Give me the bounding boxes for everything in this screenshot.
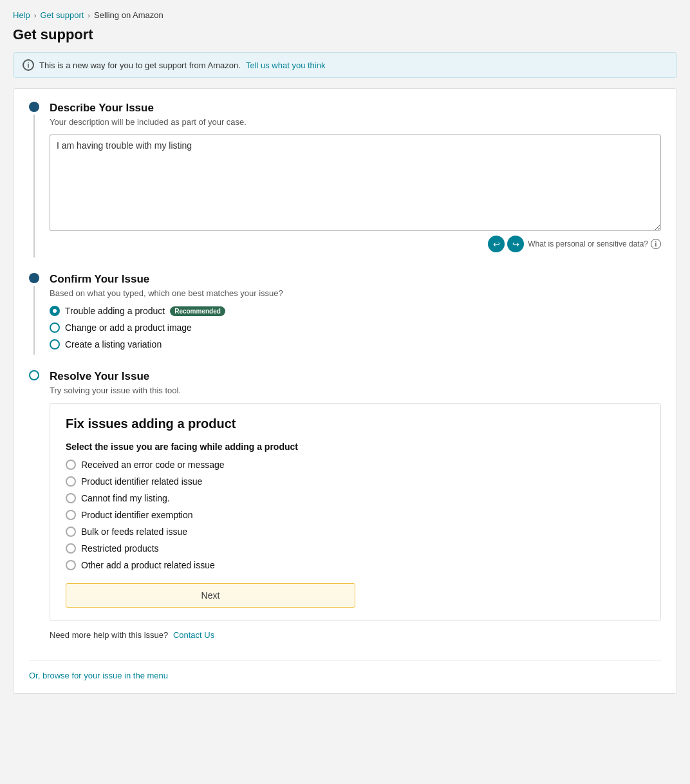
resolve-option-3[interactable]: Cannot find my listing. xyxy=(66,493,645,503)
step-3-content: Resolve Your Issue Try solving your issu… xyxy=(50,370,661,645)
step-2-dot xyxy=(29,273,39,283)
step-3-title: Resolve Your Issue xyxy=(50,370,661,383)
resolve-option-2-label: Product identifier related issue xyxy=(81,476,202,487)
next-button[interactable]: Next xyxy=(66,583,355,608)
step-2-title: Confirm Your Issue xyxy=(50,273,661,286)
breadcrumb-sep-1: › xyxy=(34,12,37,19)
resolve-box: Fix issues adding a product Select the i… xyxy=(50,403,661,621)
breadcrumb-help[interactable]: Help xyxy=(13,10,30,20)
resolve-radio-circle-2 xyxy=(66,476,76,487)
confirm-option-2-label: Change or add a product image xyxy=(65,322,192,333)
redo-icon[interactable]: ↪ xyxy=(507,236,524,252)
step-2-line xyxy=(33,286,35,355)
resolve-option-4[interactable]: Product identifier exemption xyxy=(66,510,645,520)
resolve-radio-circle-3 xyxy=(66,493,76,503)
info-icon: i xyxy=(23,59,34,71)
resolve-option-7-label: Other add a product related issue xyxy=(81,560,215,570)
step-1-content: Describe Your Issue Your description wil… xyxy=(50,102,661,257)
resolve-option-4-label: Product identifier exemption xyxy=(81,510,193,520)
page-title: Get support xyxy=(13,26,677,43)
resolve-radio-circle-5 xyxy=(66,527,76,537)
resolve-radio-circle-7 xyxy=(66,560,76,570)
confirm-radio-group: Trouble adding a product Recommended Cha… xyxy=(50,306,661,350)
step-1-indicator xyxy=(29,102,39,257)
breadcrumb-current: Selling on Amazon xyxy=(94,10,163,20)
resolve-option-3-label: Cannot find my listing. xyxy=(81,493,170,503)
radio-unchecked-2 xyxy=(50,322,60,333)
contact-us-link[interactable]: Contact Us xyxy=(173,630,214,640)
breadcrumb-sep-2: › xyxy=(88,12,90,19)
info-banner: i This is a new way for you to get suppo… xyxy=(13,52,677,78)
step-1: Describe Your Issue Your description wil… xyxy=(29,102,661,257)
step-3: Resolve Your Issue Try solving your issu… xyxy=(29,370,661,645)
issue-textarea[interactable] xyxy=(50,135,661,231)
resolve-option-1-label: Received an error code or message xyxy=(81,460,225,470)
textarea-icons: ↩ ↪ xyxy=(488,236,524,252)
main-card: Describe Your Issue Your description wil… xyxy=(13,88,677,694)
undo-icon[interactable]: ↩ xyxy=(488,236,505,252)
resolve-option-5[interactable]: Bulk or feeds related issue xyxy=(66,527,645,537)
resolve-radio-group: Received an error code or message Produc… xyxy=(66,460,645,570)
confirm-option-1-label: Trouble adding a product xyxy=(65,306,165,316)
resolve-option-6[interactable]: Restricted products xyxy=(66,543,645,554)
breadcrumb-get-support[interactable]: Get support xyxy=(40,10,84,20)
resolve-radio-circle-1 xyxy=(66,460,76,470)
step-1-subtitle: Your description will be included as par… xyxy=(50,117,661,127)
step-2-content: Confirm Your Issue Based on what you typ… xyxy=(50,273,661,355)
sensitive-info-icon: i xyxy=(651,239,661,249)
browse-link-container: Or, browse for your issue in the menu xyxy=(29,660,661,680)
confirm-option-2[interactable]: Change or add a product image xyxy=(50,322,661,333)
info-banner-text: This is a new way for you to get support… xyxy=(39,61,241,70)
info-banner-link[interactable]: Tell us what you think xyxy=(246,61,326,70)
confirm-option-3[interactable]: Create a listing variation xyxy=(50,339,661,350)
need-help-text: Need more help with this issue? xyxy=(50,630,168,640)
resolve-option-7[interactable]: Other add a product related issue xyxy=(66,560,645,570)
resolve-radio-circle-4 xyxy=(66,510,76,520)
confirm-option-3-label: Create a listing variation xyxy=(65,339,162,350)
step-3-indicator xyxy=(29,370,39,645)
step-3-subtitle: Try solving your issue with this tool. xyxy=(50,386,661,395)
recommended-badge: Recommended xyxy=(170,306,225,316)
resolve-option-2[interactable]: Product identifier related issue xyxy=(66,476,645,487)
step-2-indicator xyxy=(29,273,39,355)
browse-link[interactable]: Or, browse for your issue in the menu xyxy=(29,671,168,680)
sensitive-data-label: What is personal or sensitive data? xyxy=(528,239,648,248)
step-2-subtitle: Based on what you typed, which one best … xyxy=(50,288,661,298)
resolve-radio-circle-6 xyxy=(66,543,76,554)
step-1-title: Describe Your Issue xyxy=(50,102,661,115)
sensitive-data-link[interactable]: What is personal or sensitive data? i xyxy=(528,239,661,249)
step-1-dot xyxy=(29,102,39,112)
step-3-dot xyxy=(29,370,39,380)
breadcrumb: Help › Get support › Selling on Amazon xyxy=(13,10,677,20)
textarea-footer: ↩ ↪ What is personal or sensitive data? … xyxy=(50,236,661,252)
need-help: Need more help with this issue? Contact … xyxy=(50,630,661,640)
radio-unchecked-3 xyxy=(50,339,60,350)
resolve-option-6-label: Restricted products xyxy=(81,543,159,554)
step-1-line xyxy=(33,115,35,257)
step-2: Confirm Your Issue Based on what you typ… xyxy=(29,273,661,355)
resolve-option-5-label: Bulk or feeds related issue xyxy=(81,527,187,537)
resolve-box-title: Fix issues adding a product xyxy=(66,416,645,431)
resolve-question: Select the issue you are facing while ad… xyxy=(66,442,645,452)
radio-checked-1 xyxy=(50,306,60,316)
confirm-option-1[interactable]: Trouble adding a product Recommended xyxy=(50,306,661,316)
resolve-option-1[interactable]: Received an error code or message xyxy=(66,460,645,470)
